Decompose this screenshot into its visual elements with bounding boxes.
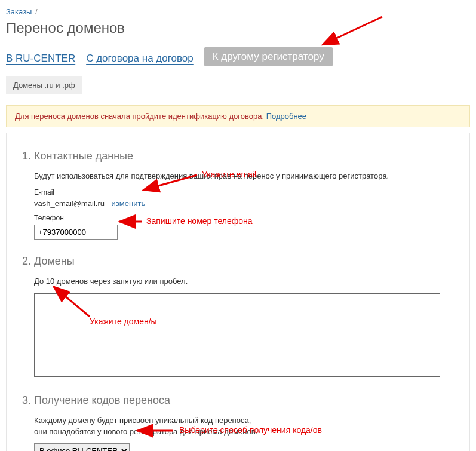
subtab-ru-rf[interactable]: Домены .ru и .рф xyxy=(6,76,82,94)
section-contact-desc: Будут использоваться для подтверждения в… xyxy=(34,171,454,182)
email-value: vash_email@mail.ru xyxy=(34,199,105,208)
breadcrumb-sep: / xyxy=(35,7,38,16)
tabs: В RU-CENTER С договора на договор К друг… xyxy=(6,47,470,66)
section-domains-desc: До 10 доменов через запятую или пробел. xyxy=(34,276,454,287)
breadcrumb-orders[interactable]: Заказы xyxy=(6,7,32,16)
breadcrumb: Заказы / xyxy=(6,7,470,16)
notice-text: Для переноса доменов сначала пройдите ид… xyxy=(15,112,264,121)
transfer-form: 1. Контактные данные Будут использоватьс… xyxy=(6,133,470,451)
section-codes-title: 3. Получение кодов переноса xyxy=(22,394,454,407)
receive-method-select[interactable]: В офисе RU-CENTER xyxy=(34,443,130,451)
notice-more-link[interactable]: Подробнее xyxy=(266,112,306,121)
phone-label: Телефон xyxy=(34,214,454,222)
email-label: E-mail xyxy=(34,188,454,197)
section-domains-title: 2. Домены xyxy=(22,255,454,268)
section-contact-title: 1. Контактные данные xyxy=(22,150,454,162)
tab-contract-to-contract[interactable]: С договора на договор xyxy=(86,53,194,66)
section-codes-desc: Каждому домену будет присвоен уникальный… xyxy=(34,415,454,438)
change-email-link[interactable]: изменить xyxy=(112,199,146,208)
phone-input[interactable] xyxy=(34,225,118,240)
identification-notice: Для переноса доменов сначала пройдите ид… xyxy=(6,105,470,127)
subtabs: Домены .ru и .рф xyxy=(6,76,470,94)
tab-ru-center[interactable]: В RU-CENTER xyxy=(6,53,75,66)
page-title: Перенос доменов xyxy=(6,20,470,36)
tab-other-registrar[interactable]: К другому регистратору xyxy=(204,47,333,66)
domains-textarea[interactable] xyxy=(34,293,440,377)
